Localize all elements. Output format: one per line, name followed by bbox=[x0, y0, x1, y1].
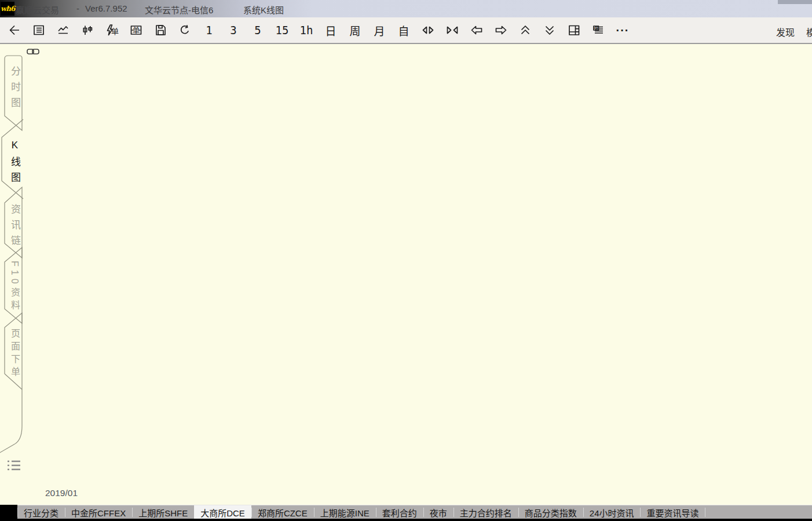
page-left-icon[interactable] bbox=[469, 21, 484, 39]
tab-dce[interactable]: 大商所DCE bbox=[194, 505, 251, 519]
period-3min-button[interactable]: 3 bbox=[226, 21, 241, 39]
server-node-label: 文华云节点-电信6 bbox=[145, 3, 213, 16]
more-icon[interactable]: ··· bbox=[615, 21, 630, 39]
tab-night-market[interactable]: 夜市 bbox=[423, 505, 453, 519]
period-day-button[interactable]: 日 bbox=[323, 21, 338, 39]
order-board-icon[interactable]: 单 bbox=[129, 21, 144, 39]
sidebar-tab-f10-info[interactable]: F10资料 bbox=[8, 261, 21, 313]
discover-button[interactable]: 发现 bbox=[776, 25, 795, 39]
sidebar-tab-kline-chart[interactable]: K线图 bbox=[8, 140, 22, 188]
period-week-button[interactable]: 周 bbox=[348, 21, 363, 39]
tab-industry-category[interactable]: 行业分类 bbox=[17, 505, 65, 519]
title-separator: - bbox=[76, 3, 79, 13]
corner-patch bbox=[778, 0, 812, 4]
sidebar-tab-news-chain[interactable]: 资讯链 bbox=[8, 204, 22, 251]
main-toolbar: 单 单 bbox=[0, 17, 812, 44]
sidebar-tab-page-order[interactable]: 页面下单 bbox=[8, 329, 21, 380]
kline-chart-icon[interactable] bbox=[80, 21, 95, 39]
app-logo-icon: wh6 bbox=[1, 2, 14, 16]
period-15min-button[interactable]: 15 bbox=[275, 21, 290, 39]
tab-shfe[interactable]: 上期所SHFE bbox=[132, 505, 194, 519]
tab-24h-news[interactable]: 24小时资讯 bbox=[583, 505, 641, 519]
svg-text:G: G bbox=[594, 25, 598, 31]
news-list-icon[interactable]: G bbox=[591, 21, 606, 39]
timeline-chart-icon[interactable] bbox=[56, 21, 71, 39]
period-1hour-button[interactable]: 1h bbox=[299, 21, 314, 39]
zoom-out-icon[interactable] bbox=[420, 21, 436, 39]
tab-commodity-index[interactable]: 商品分类指数 bbox=[518, 505, 583, 519]
save-icon[interactable] bbox=[153, 21, 168, 39]
double-chevron-down-icon[interactable] bbox=[542, 21, 557, 39]
svg-text:单: 单 bbox=[133, 27, 140, 35]
quote-list-icon[interactable] bbox=[31, 21, 46, 39]
zoom-in-icon[interactable] bbox=[445, 21, 460, 39]
flash-order-icon[interactable]: 单 bbox=[104, 21, 119, 39]
double-chevron-up-icon[interactable] bbox=[518, 21, 533, 39]
page-right-icon[interactable] bbox=[493, 21, 509, 39]
chart-date-label: 2019/01 bbox=[45, 488, 78, 498]
period-5min-button[interactable]: 5 bbox=[250, 21, 265, 39]
period-month-button[interactable]: 月 bbox=[372, 21, 387, 39]
svg-text:单: 单 bbox=[111, 27, 119, 36]
tab-czce[interactable]: 郑商所CZCE bbox=[251, 505, 314, 519]
period-custom-button[interactable]: 自 bbox=[396, 21, 411, 39]
chain-link-icon[interactable] bbox=[26, 48, 40, 56]
clipped-menu-button[interactable]: 模 bbox=[806, 25, 812, 39]
bottom-bar: 行业分类 中金所CFFEX 上期所SHFE 大商所DCE 郑商所CZCE 上期能… bbox=[0, 505, 812, 521]
refresh-icon[interactable] bbox=[177, 21, 192, 39]
tab-ine[interactable]: 上期能源INE bbox=[314, 505, 376, 519]
app-version: Ver6.7.952 bbox=[85, 3, 127, 13]
back-arrow-icon[interactable] bbox=[7, 21, 22, 39]
tab-cffex[interactable]: 中金所CFFEX bbox=[65, 505, 132, 519]
bottom-black-strip bbox=[0, 519, 812, 521]
toolbar-icons: 单 单 bbox=[7, 17, 630, 43]
menu-list-icon[interactable] bbox=[7, 460, 21, 471]
app-name: 赢顺云交易 bbox=[16, 3, 59, 16]
exchange-tabs: 行业分类 中金所CFFEX 上期所SHFE 大商所DCE 郑商所CZCE 上期能… bbox=[17, 505, 705, 519]
title-bar: wh6 赢顺云交易 - Ver6.7.952 文华云节点-电信6 系统K线图 bbox=[0, 0, 812, 17]
app-window: wh6 赢顺云交易 - Ver6.7.952 文华云节点-电信6 系统K线图 bbox=[0, 0, 812, 521]
sidebar-tab-time-chart[interactable]: 分时图 bbox=[8, 66, 22, 113]
tab-arbitrage[interactable]: 套利合约 bbox=[376, 505, 423, 519]
tab-main-contract-rank[interactable]: 主力合约排名 bbox=[453, 505, 518, 519]
tab-important-news[interactable]: 重要资讯导读 bbox=[640, 505, 705, 519]
page-title: 系统K线图 bbox=[243, 3, 284, 16]
window-layout-icon[interactable] bbox=[566, 21, 581, 39]
period-1min-button[interactable]: 1 bbox=[202, 21, 217, 39]
